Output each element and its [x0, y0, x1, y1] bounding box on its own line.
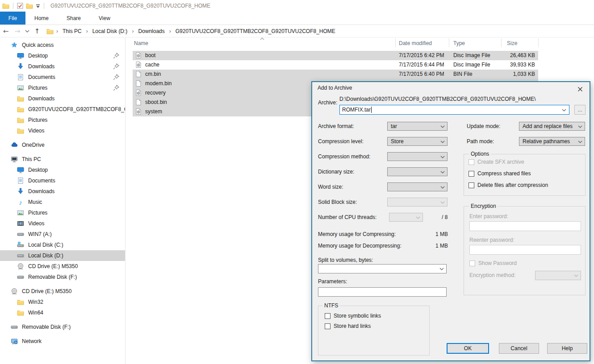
column-separator[interactable]	[395, 38, 396, 47]
symbolic-links-checkbox-row[interactable]: Store symbolic links	[325, 313, 381, 319]
breadcrumb-downloads[interactable]: Downloads	[136, 28, 166, 34]
hard-drive-icon	[17, 231, 24, 238]
folder-icon	[17, 106, 24, 113]
dictionary-size-select[interactable]	[387, 167, 448, 176]
sidebar-item-cd-drive-e[interactable]: CD Drive (E:) M5350	[0, 261, 125, 272]
cancel-button[interactable]: Cancel	[499, 343, 539, 354]
qat-separator	[13, 3, 13, 9]
sidebar-item-quick-access[interactable]: Quick access	[0, 40, 125, 50]
compression-level-label: Compression level:	[318, 138, 364, 145]
downloads-icon	[17, 63, 24, 70]
tab-share[interactable]: Share	[58, 12, 90, 25]
sidebar-item-label: Desktop	[28, 53, 48, 59]
sidebar-item-label: CD Drive (E:) M5350	[22, 288, 71, 294]
sidebar-item-onedrive[interactable]: OneDrive	[0, 140, 125, 150]
sidebar-item-network[interactable]: Network	[0, 336, 125, 347]
sidebar-item-local-disk-d[interactable]: Local Disk (D:)	[0, 250, 125, 261]
chevron-down-icon[interactable]	[562, 109, 566, 112]
compression-method-select[interactable]	[387, 152, 448, 161]
qat-new-folder-icon[interactable]	[26, 2, 33, 9]
forward-arrow-icon[interactable]: →	[12, 27, 23, 35]
sidebar-item-downloads-folder[interactable]: Downloads	[0, 93, 125, 104]
quick-access-star-icon	[11, 41, 18, 49]
delete-after-label: Delete files after compression	[477, 182, 548, 188]
sidebar-item-pc-pictures[interactable]: Pictures	[0, 207, 125, 218]
delete-after-checkbox-row[interactable]: Delete files after compression	[469, 182, 548, 188]
sidebar-item-label: Pictures	[28, 85, 47, 91]
sidebar-item-pc-documents[interactable]: Documents	[0, 175, 125, 186]
column-separator[interactable]	[538, 38, 539, 47]
show-password-checkbox-row: Show Password	[469, 260, 517, 266]
sidebar-item-win64[interactable]: Win64	[0, 307, 125, 318]
tab-view[interactable]: View	[90, 12, 119, 25]
breadcrumb-this-pc[interactable]: This PC	[61, 28, 84, 34]
sidebar-item-win7-a[interactable]: WIN7 (A:)	[0, 229, 125, 240]
recent-locations-chevron-icon[interactable]	[25, 30, 29, 33]
sidebar-item-g920-folder[interactable]: G920TUVU2COF8_G920TTMB2COF8_G920T	[0, 104, 125, 115]
breadcrumb-folder-icon	[46, 28, 54, 35]
reenter-password-input	[469, 245, 581, 255]
path-mode-select[interactable]: Relative pathnames	[519, 137, 585, 146]
folder-icon	[17, 95, 24, 102]
sidebar-section-gap	[0, 150, 125, 154]
sidebar-item-pc-downloads[interactable]: Downloads	[0, 186, 125, 197]
videos-icon	[17, 220, 24, 227]
sidebar-item-downloads[interactable]: Downloads	[0, 61, 125, 72]
tab-file[interactable]: File	[0, 12, 25, 25]
qat-properties-check-icon[interactable]	[17, 3, 23, 9]
sidebar-item-this-pc[interactable]: This PC	[0, 154, 125, 165]
sidebar-item-pictures[interactable]: Pictures	[0, 83, 125, 93]
sidebar-item-pictures-folder[interactable]: Pictures	[0, 115, 125, 125]
symbolic-links-checkbox[interactable]	[325, 313, 330, 319]
column-separator[interactable]	[501, 38, 502, 47]
archive-name-input[interactable]: ROMFIX.tar	[339, 105, 569, 115]
sidebar-item-desktop[interactable]: Desktop	[0, 50, 125, 61]
sidebar-item-pc-desktop[interactable]: Desktop	[0, 165, 125, 175]
sidebar-item-removable-f[interactable]: Removable Disk (F:)	[0, 272, 125, 282]
sidebar-item-documents[interactable]: Documents	[0, 72, 125, 83]
help-button[interactable]: Help	[547, 343, 587, 354]
column-separator[interactable]	[449, 38, 449, 47]
disc-image-file-icon	[135, 61, 142, 68]
split-volumes-input[interactable]	[318, 264, 447, 273]
sidebar-item-pc-music[interactable]: ♪Music	[0, 197, 125, 207]
sidebar-item-pc-videos[interactable]: Videos	[0, 218, 125, 229]
qat-customize-arrow-icon[interactable]	[36, 4, 40, 8]
compression-level-select[interactable]: Store	[387, 137, 448, 146]
table-row-boot[interactable]: boot7/17/2015 6:42 PMDisc Image File26,4…	[126, 51, 594, 60]
compress-shared-checkbox[interactable]	[469, 171, 474, 177]
delete-after-checkbox[interactable]	[469, 182, 474, 188]
parameters-input[interactable]	[318, 287, 447, 297]
sidebar-item-removable-f-root[interactable]: Removable Disk (F:)	[0, 322, 125, 332]
table-row-cache[interactable]: cache7/17/2015 6:44 PMDisc Image File39,…	[126, 60, 594, 70]
file-name: cm.bin	[145, 71, 161, 77]
hard-links-checkbox[interactable]	[325, 323, 330, 329]
browse-button[interactable]: ...	[574, 105, 586, 115]
up-arrow-icon[interactable]: ↑	[31, 27, 43, 35]
breadcrumb[interactable]: This PC Local Disk (D:) Downloads G920TU…	[46, 28, 337, 35]
sidebar-item-local-disk-c[interactable]: Local Disk (C:)	[0, 240, 125, 250]
enter-password-input	[469, 221, 581, 231]
word-size-select[interactable]	[387, 182, 448, 191]
archive-format-select[interactable]: tar	[387, 122, 448, 131]
breadcrumb-current-folder[interactable]: G920TUVU2COF8_G920TTMB2COF8_G920TUVU2COF…	[174, 28, 337, 34]
column-header-date-modified[interactable]: Date modified	[399, 40, 432, 46]
sidebar-item-cd-drive-e-root[interactable]: CD Drive (E:) M5350	[0, 286, 125, 297]
tab-home[interactable]: Home	[25, 12, 58, 25]
close-icon[interactable]	[574, 84, 586, 95]
breadcrumb-local-disk-d[interactable]: Local Disk (D:)	[91, 28, 130, 34]
back-arrow-icon[interactable]: ←	[0, 27, 12, 35]
file-name: sboot.bin	[145, 99, 167, 105]
sidebar-item-label: Win32	[28, 299, 43, 305]
sidebar-item-win32[interactable]: Win32	[0, 297, 125, 307]
column-header-name[interactable]: Name	[134, 40, 148, 46]
hard-links-checkbox-row[interactable]: Store hard links	[325, 323, 371, 329]
qat-separator	[44, 3, 44, 9]
update-mode-select[interactable]: Add and replace files	[519, 122, 585, 131]
column-header-type[interactable]: Type	[453, 40, 465, 46]
sidebar-item-videos-folder[interactable]: Videos	[0, 125, 125, 136]
compress-shared-checkbox-row[interactable]: Compress shared files	[469, 170, 531, 177]
table-row-cm-bin[interactable]: cm.bin7/17/2015 6:40 PMBIN File1,033 KB	[126, 70, 594, 79]
ok-button[interactable]: OK	[447, 343, 489, 354]
column-header-size[interactable]: Size	[507, 40, 517, 46]
